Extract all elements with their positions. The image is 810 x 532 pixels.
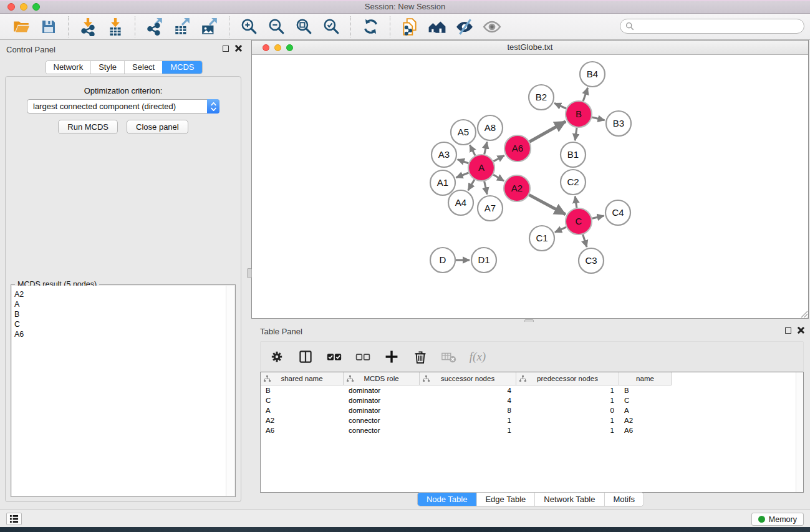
node-B3[interactable]: B3 [606,111,631,136]
table-row[interactable]: Bdominator41B [261,385,803,395]
edge-A-A2[interactable] [493,175,504,181]
cell[interactable]: dominator [344,405,420,415]
result-item[interactable]: B [14,309,226,319]
column-header-predecessor-nodes[interactable]: predecessor nodes [516,372,619,385]
result-scrollbar[interactable] [226,286,234,496]
node-table[interactable]: shared nameMCDS rolesuccessor nodesprede… [260,372,804,493]
delete-column-icon[interactable] [412,348,429,365]
cell[interactable]: 1 [516,425,619,435]
cell[interactable]: C [261,395,344,405]
zoom-in-icon[interactable] [239,17,259,37]
zoom-out-icon[interactable] [266,17,286,37]
cell[interactable]: 1 [420,415,516,425]
edge-C-C2[interactable] [575,196,577,208]
show-panels-button[interactable] [6,513,22,525]
edge-A-A1[interactable] [456,173,468,178]
edge-A-A7[interactable] [485,181,488,195]
tab-network[interactable]: Network [46,61,90,74]
node-A8[interactable]: A8 [478,115,503,140]
save-session-icon[interactable] [39,17,59,37]
node-A3[interactable]: A3 [432,142,456,167]
node-C2[interactable]: C2 [561,170,586,195]
float-panel-icon[interactable] [785,327,791,334]
tab-mcds[interactable]: MCDS [162,61,201,74]
tab-edge-table[interactable]: Edge Table [476,493,534,506]
settings-gear-icon[interactable] [268,348,286,365]
cell[interactable]: 0 [516,405,619,415]
result-item[interactable]: A [14,299,226,309]
birds-eye-view-icon[interactable] [482,17,502,37]
search-input[interactable] [637,22,799,31]
network-canvas[interactable]: AA1A2A3A4A5A6A7A8BB1B2B3B4CC1C2C3C4DD1 [252,55,808,318]
tab-style[interactable]: Style [90,61,124,74]
edge-A-A5[interactable] [470,145,475,155]
column-header-successor-nodes[interactable]: successor nodes [420,372,516,385]
optimization-criterion-select[interactable]: largest connected component (directed) [27,99,219,114]
splitter-grip[interactable] [247,268,252,278]
node-A5[interactable]: A5 [451,120,476,145]
cell[interactable]: A6 [619,425,672,435]
export-image-icon[interactable] [200,17,219,37]
node-A2[interactable]: A2 [504,175,530,201]
cell[interactable]: 8 [420,405,516,415]
node-A7[interactable]: A7 [478,196,503,221]
network-graph[interactable]: AA1A2A3A4A5A6A7A8BB1B2B3B4CC1C2C3C4DD1 [252,55,808,318]
mcds-result-list[interactable]: A2ABCA6 [12,286,226,496]
node-A[interactable]: A [468,155,494,181]
edge-A-A3[interactable] [458,160,469,163]
edge-A2-C[interactable] [529,195,565,214]
deselect-all-icon[interactable] [354,348,372,365]
maximize-window-icon[interactable] [32,3,40,11]
cell[interactable]: A [619,405,672,415]
zoom-selected-icon[interactable] [321,17,341,37]
node-C[interactable]: C [566,208,592,235]
edge-B-B3[interactable] [592,117,604,120]
float-panel-icon[interactable] [223,46,229,52]
duplicate-network-icon[interactable] [400,17,420,37]
node-C4[interactable]: C4 [605,200,630,225]
edge-C-C3[interactable] [583,235,587,247]
select-all-icon[interactable] [325,348,343,365]
edge-A-A6[interactable] [493,155,504,161]
cell[interactable]: 4 [420,395,516,405]
table-scrollbar[interactable] [796,372,803,492]
result-item[interactable]: A2 [14,289,226,299]
function-builder-icon[interactable]: f(x) [469,348,486,365]
cell[interactable]: dominator [344,395,420,405]
import-table-icon[interactable] [105,17,125,37]
add-column-icon[interactable] [383,348,400,365]
cell[interactable]: C [619,395,672,405]
show-graphics-details-icon[interactable] [455,17,475,37]
cell[interactable]: A2 [619,415,672,425]
close-panel-icon[interactable] [234,45,241,52]
edge-B-B1[interactable] [575,128,577,140]
node-C3[interactable]: C3 [579,248,604,273]
node-B[interactable]: B [566,101,592,127]
import-network-icon[interactable] [78,17,98,37]
refresh-icon[interactable] [360,17,380,37]
node-B4[interactable]: B4 [580,62,605,87]
cell[interactable]: connector [344,415,420,425]
home-icon[interactable] [427,17,447,37]
edge-C-C1[interactable] [555,227,566,232]
node-A4[interactable]: A4 [448,190,473,215]
delete-table-icon[interactable] [440,348,458,365]
node-C1[interactable]: C1 [529,226,554,251]
window-controls[interactable] [7,3,40,11]
edge-B-B4[interactable] [583,88,587,101]
table-row[interactable]: A6connector11A6 [261,425,803,435]
minimize-window-icon[interactable] [20,3,27,11]
cell[interactable]: A2 [261,415,344,425]
tab-network-table[interactable]: Network Table [534,493,604,506]
cell[interactable]: connector [344,425,420,435]
result-item[interactable]: A6 [14,329,226,339]
show-columns-icon[interactable] [297,348,314,365]
export-table-icon[interactable] [172,17,192,37]
close-window-icon[interactable] [263,44,269,51]
column-header-shared-name[interactable]: shared name [261,372,344,385]
cell[interactable]: 4 [420,385,516,395]
export-network-icon[interactable] [145,17,165,37]
cell[interactable]: 1 [516,395,619,405]
open-file-icon[interactable] [11,17,31,37]
node-D[interactable]: D [430,248,455,273]
